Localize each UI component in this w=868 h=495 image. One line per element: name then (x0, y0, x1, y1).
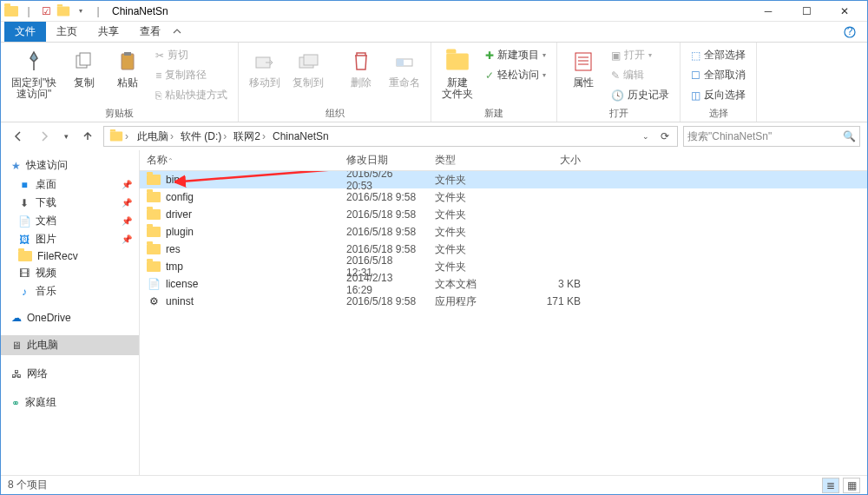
table-row[interactable]: ⚙uninst2016/5/18 9:58应用程序171 KB (140, 293, 867, 310)
edit-button[interactable]: ✎编辑 (608, 66, 673, 84)
table-row[interactable]: config2016/5/18 9:58文件夹 (140, 188, 867, 206)
breadcrumb[interactable]: › 此电脑›软件 (D:)›联网2›ChinaNetSn ⌄ ⟳ (103, 126, 678, 147)
paste-shortcut-button[interactable]: ⎘粘贴快捷方式 (152, 86, 231, 104)
properties-button[interactable]: 属性 (564, 44, 602, 89)
qat-sep: | (22, 4, 36, 18)
search-input[interactable]: 搜索"ChinaNetSn" 🔍 (683, 126, 860, 147)
nav-up-button[interactable] (77, 126, 98, 147)
col-date[interactable]: 修改日期 (339, 153, 428, 168)
view-details-button[interactable]: ≣ (822, 478, 839, 493)
filelist-body[interactable]: bin2016/5/26 20:53文件夹config2016/5/18 9:5… (140, 171, 867, 475)
tree-item[interactable]: ⬇下载📌 (1, 194, 139, 212)
table-row[interactable]: driver2016/5/18 9:58文件夹 (140, 206, 867, 223)
exe-icon: ⚙ (147, 295, 161, 307)
filelist-header[interactable]: 名称⌃ 修改日期 类型 大小 (140, 150, 867, 171)
folder-icon (147, 227, 161, 237)
pic-icon: 🖼 (18, 234, 30, 246)
cut-icon: ✂ (155, 50, 164, 62)
ribbon-collapse-icon[interactable] (171, 22, 183, 42)
network-icon: 🖧 (11, 368, 22, 380)
easy-access-button[interactable]: ✓轻松访问 ▾ (482, 66, 549, 84)
select-none-button[interactable]: ☐全部取消 (687, 66, 749, 84)
help-icon[interactable]: ? (839, 22, 860, 42)
minimize-button[interactable]: ─ (749, 1, 787, 22)
title-bar: | ☑ ▾ | ChinaNetSn ─ ☐ ✕ (1, 1, 867, 22)
shortcut-icon: ⎘ (155, 89, 161, 102)
copy-to-button[interactable]: 复制到 (289, 44, 327, 89)
breadcrumb-item[interactable]: 软件 (D:)› (177, 129, 230, 144)
status-text: 8 个项目 (8, 478, 48, 492)
invert-icon: ◫ (691, 89, 700, 102)
addr-dropdown-button[interactable]: ⌄ (637, 126, 654, 147)
tree-item[interactable]: 🎞视频 (1, 264, 139, 282)
cut-button[interactable]: ✂剪切 (152, 46, 231, 64)
col-name[interactable]: 名称⌃ (140, 153, 339, 168)
svg-rect-4 (122, 54, 134, 69)
table-row[interactable]: bin2016/5/26 20:53文件夹 (140, 171, 867, 188)
pc-icon: 🖥 (11, 340, 22, 352)
textfile-icon: 📄 (147, 278, 161, 290)
copy-path-button[interactable]: ≡复制路径 (152, 66, 231, 84)
tab-view[interactable]: 查看 (129, 22, 171, 42)
svg-text:?: ? (847, 26, 853, 37)
tree-network[interactable]: 🖧网络 (1, 364, 139, 384)
qat-properties-icon[interactable]: ☑ (39, 4, 53, 18)
history-button[interactable]: 🕓历史记录 (608, 86, 673, 104)
col-size[interactable]: 大小 (518, 153, 588, 168)
newfolder-icon (444, 48, 471, 76)
tree-item[interactable]: FileRecv (1, 248, 139, 264)
nav-recent-button[interactable]: ▾ (60, 126, 72, 147)
rename-button[interactable]: 重命名 (385, 44, 424, 89)
new-item-button[interactable]: ✚新建项目 ▾ (482, 46, 549, 64)
table-row[interactable]: plugin2016/5/18 9:58文件夹 (140, 223, 867, 241)
qat-newfolder-icon[interactable] (56, 4, 70, 18)
view-icons-button[interactable]: ▦ (843, 478, 860, 493)
select-all-button[interactable]: ⬚全部选择 (687, 46, 749, 64)
breadcrumb-root[interactable]: › (106, 130, 132, 142)
breadcrumb-item[interactable]: 联网2› (230, 129, 269, 144)
tab-share[interactable]: 共享 (88, 22, 129, 42)
video-icon: 🎞 (18, 267, 30, 280)
navigation-tree[interactable]: ★快速访问 ■桌面📌⬇下载📌📄文档📌🖼图片📌FileRecv🎞视频♪音乐 ☁On… (1, 150, 140, 475)
tree-item[interactable]: ♪音乐 (1, 282, 139, 300)
tree-item[interactable]: ■桌面📌 (1, 175, 139, 194)
close-button[interactable]: ✕ (825, 1, 864, 22)
tree-item[interactable]: 📄文档📌 (1, 212, 139, 230)
rename-icon (391, 48, 418, 76)
tree-onedrive[interactable]: ☁OneDrive (1, 309, 139, 327)
pin-quickaccess-button[interactable]: 固定到"快 速访问" (8, 44, 60, 100)
tree-quickaccess[interactable]: ★快速访问 (1, 155, 139, 175)
tree-item[interactable]: 🖼图片📌 (1, 230, 139, 248)
table-row[interactable]: tmp2016/5/18 12:31文件夹 (140, 258, 867, 275)
delete-button[interactable]: 删除 (342, 44, 380, 89)
tab-home[interactable]: 主页 (46, 22, 88, 42)
status-bar: 8 个项目 ≣ ▦ (1, 475, 867, 494)
qat-dropdown-icon[interactable]: ▾ (74, 4, 88, 18)
tab-file[interactable]: 文件 (4, 22, 46, 42)
doc-icon: 📄 (18, 215, 30, 228)
col-type[interactable]: 类型 (428, 153, 518, 168)
folder-icon (147, 209, 161, 220)
nav-back-button[interactable] (8, 126, 29, 147)
window-title: ChinaNetSn (112, 5, 168, 17)
svg-rect-3 (80, 53, 90, 65)
paste-button[interactable]: 粘贴 (108, 44, 147, 89)
breadcrumb-item[interactable]: ChinaNetSn (269, 129, 332, 144)
table-row[interactable]: 📄license2014/2/13 16:29文本文档3 KB (140, 275, 867, 293)
addr-refresh-button[interactable]: ⟳ (654, 126, 675, 147)
open-button[interactable]: ▣打开 ▾ (608, 46, 673, 64)
maximize-button[interactable]: ☐ (787, 1, 825, 22)
table-row[interactable]: res2016/5/18 9:58文件夹 (140, 241, 867, 258)
copy-icon (70, 48, 98, 76)
group-open-label: 打开 (564, 105, 673, 120)
main-area: ★快速访问 ■桌面📌⬇下载📌📄文档📌🖼图片📌FileRecv🎞视频♪音乐 ☁On… (1, 150, 867, 475)
group-clipboard-label: 剪贴板 (8, 105, 231, 120)
nav-forward-button[interactable] (34, 126, 55, 147)
tree-thispc[interactable]: 🖥此电脑 (1, 335, 139, 355)
breadcrumb-item[interactable]: 此电脑› (134, 129, 177, 144)
new-folder-button[interactable]: 新建 文件夹 (438, 44, 477, 100)
invert-select-button[interactable]: ◫反向选择 (687, 86, 749, 104)
move-to-button[interactable]: 移动到 (246, 44, 284, 89)
tree-homegroup[interactable]: ⚭家庭组 (1, 393, 139, 412)
copy-button[interactable]: 复制 (65, 44, 103, 89)
